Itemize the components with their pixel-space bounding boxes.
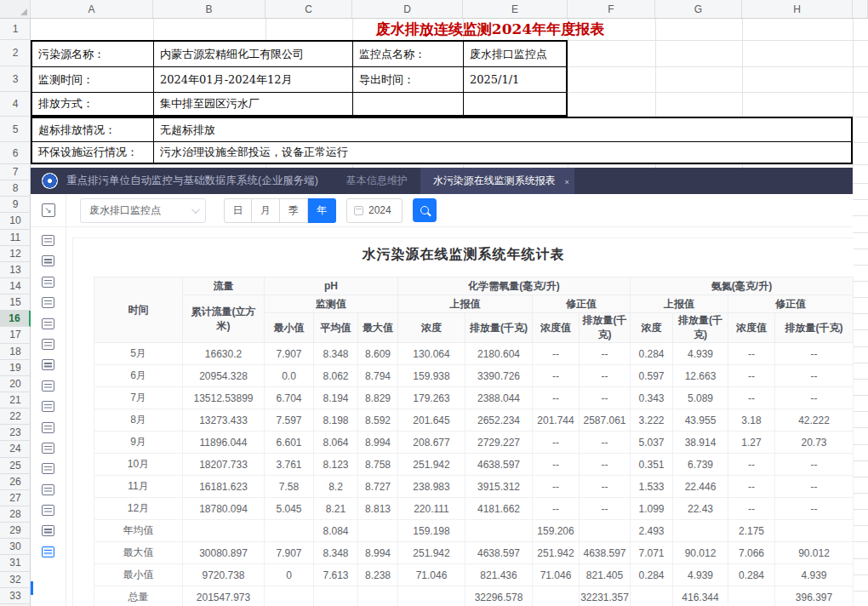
info-value-cell[interactable] [464, 93, 566, 115]
column-header-F[interactable]: F [568, 0, 655, 18]
id-card-3-icon[interactable] [42, 484, 54, 495]
info-label-cell[interactable]: 污染源名称： [32, 42, 154, 67]
info-value-cell[interactable]: 2024年01月-2024年12月 [154, 67, 353, 93]
value-cell: 7.597 [265, 409, 314, 432]
document-edit-icon[interactable] [42, 401, 54, 412]
th-nh3n-reported: 上报值 [631, 295, 728, 313]
row-header-12[interactable]: 12 [0, 246, 31, 262]
info-value-cell[interactable]: 废水排口监控点 [464, 42, 566, 67]
period-button-日[interactable]: 日 [224, 198, 252, 223]
row-header-24[interactable]: 24 [0, 441, 31, 457]
value-cell: -- [775, 454, 854, 476]
report-edit-icon[interactable] [42, 339, 54, 350]
value-cell: 30080.897 [183, 542, 265, 564]
row-header-6[interactable]: 6 [0, 142, 31, 164]
search-button[interactable] [413, 198, 437, 222]
row-header-28[interactable]: 28 [0, 506, 31, 523]
tab-basic-info[interactable]: 基本信息维护 [334, 168, 420, 194]
row-header-27[interactable]: 27 [0, 490, 31, 506]
row-header-33[interactable]: 33 [0, 588, 31, 604]
history-report-icon[interactable] [42, 505, 54, 516]
value-cell: 43.955 [673, 409, 728, 432]
row-header-11[interactable]: 11 [0, 230, 31, 246]
info-value-cell[interactable]: 集中排至园区污水厂 [154, 93, 353, 115]
column-header-G[interactable]: G [655, 0, 742, 18]
value-cell: 16181.623 [183, 476, 265, 498]
row-header-14[interactable]: 14 [0, 278, 31, 294]
year-picker[interactable]: 2024 [346, 198, 403, 223]
app-tab-bar: 基本信息维护 水污染源在线监测系统报表 × [334, 168, 574, 194]
spreadsheet-grid[interactable]: 废水排放连续监测2024年年度报表 污染源名称：内蒙古源宏精细化工有限公司监控点… [31, 19, 868, 606]
period-button-月[interactable]: 月 [252, 198, 280, 223]
column-header-D[interactable]: D [352, 0, 463, 18]
row-header-19[interactable]: 19 [0, 360, 31, 376]
period-button-年[interactable]: 年 [308, 198, 336, 223]
info-label-cell[interactable]: 排放方式： [32, 93, 154, 115]
column-header-A[interactable]: A [31, 0, 153, 18]
report-config-icon[interactable] [42, 235, 54, 246]
row-header-31[interactable]: 31 [0, 555, 31, 571]
pie-chart-icon[interactable] [42, 422, 54, 433]
row-header-8[interactable]: 8 [0, 180, 31, 197]
row-header-4[interactable]: 4 [0, 92, 31, 117]
info-label-cell[interactable] [353, 93, 464, 115]
form-edit-icon[interactable] [42, 297, 54, 308]
info-label-cell[interactable]: 环保设施运行情况： [32, 142, 154, 163]
row-header-25[interactable]: 25 [0, 458, 31, 474]
info-value-cell[interactable]: 污水治理设施全部投运，设备正常运行 [154, 142, 851, 163]
row-header-3[interactable]: 3 [0, 66, 31, 92]
data-edit-icon[interactable] [42, 359, 54, 370]
row-label-cell: 5月 [94, 343, 183, 365]
row-header-26[interactable]: 26 [0, 474, 31, 490]
panel-collapse-icon[interactable]: ↘ [42, 203, 55, 217]
value-cell: 201.744 [533, 409, 580, 432]
info-value-cell[interactable]: 无超标排放 [154, 118, 851, 142]
column-header-E[interactable]: E [463, 0, 568, 18]
close-icon[interactable]: × [565, 169, 569, 196]
column-header-B[interactable]: B [153, 0, 266, 18]
embedded-app-screenshot[interactable]: 重点排污单位自动监控与基础数据库系统(企业服务端) 基本信息维护 水污染源在线监… [31, 168, 853, 606]
row-header-13[interactable]: 13 [0, 262, 31, 278]
row-header-30[interactable]: 30 [0, 539, 31, 555]
info-label-cell[interactable]: 监控点名称： [353, 42, 464, 67]
row-header-20[interactable]: 20 [0, 376, 31, 392]
tab-water-report[interactable]: 水污染源在线监测系统报表 × [420, 168, 574, 194]
bar-chart-icon[interactable] [42, 255, 54, 266]
monitor-search-icon[interactable] [42, 525, 54, 536]
table-row: 12月18780.0945.0458.218.813220.1114181.66… [94, 498, 854, 520]
row-header-2[interactable]: 2 [0, 40, 31, 66]
select-all-corner[interactable] [0, 0, 31, 18]
row-header-1[interactable]: 1 [0, 19, 31, 40]
info-label-cell[interactable]: 监测时间： [32, 67, 154, 93]
row-header-7[interactable]: 7 [0, 164, 31, 180]
column-header-partial[interactable] [853, 0, 868, 18]
row-label-cell: 12月 [94, 498, 183, 520]
info-label-cell[interactable]: 超标排放情况： [32, 118, 154, 142]
info-label-cell[interactable]: 导出时间： [353, 67, 464, 93]
row-header-18[interactable]: 18 [0, 344, 31, 360]
row-header-29[interactable]: 29 [0, 523, 31, 539]
row-header-16[interactable]: 16 [0, 311, 31, 327]
calendar-task-icon[interactable] [42, 277, 54, 288]
record-edit-icon[interactable] [42, 380, 54, 392]
column-header-H[interactable]: H [742, 0, 853, 18]
row-header-23[interactable]: 23 [0, 425, 31, 441]
value-cell: 6.704 [265, 387, 314, 409]
row-header-9[interactable]: 9 [0, 197, 31, 213]
info-value-cell[interactable]: 内蒙古源宏精细化工有限公司 [154, 42, 353, 67]
schedule-edit-icon[interactable] [42, 318, 54, 329]
row-header-15[interactable]: 15 [0, 294, 31, 311]
row-header-17[interactable]: 17 [0, 327, 31, 343]
row-header-32[interactable]: 32 [0, 572, 31, 588]
report-list-icon[interactable] [42, 546, 54, 557]
id-card-2-icon[interactable] [42, 463, 54, 474]
period-button-季[interactable]: 季 [280, 198, 308, 223]
row-header-5[interactable]: 5 [0, 117, 31, 142]
row-header-10[interactable]: 10 [0, 213, 31, 229]
id-card-icon[interactable] [42, 443, 54, 454]
row-header-21[interactable]: 21 [0, 392, 31, 409]
station-select[interactable]: 废水排口监控点 [80, 198, 206, 223]
column-header-C[interactable]: C [266, 0, 352, 18]
info-value-cell[interactable]: 2025/1/1 [464, 67, 566, 93]
row-header-22[interactable]: 22 [0, 409, 31, 425]
